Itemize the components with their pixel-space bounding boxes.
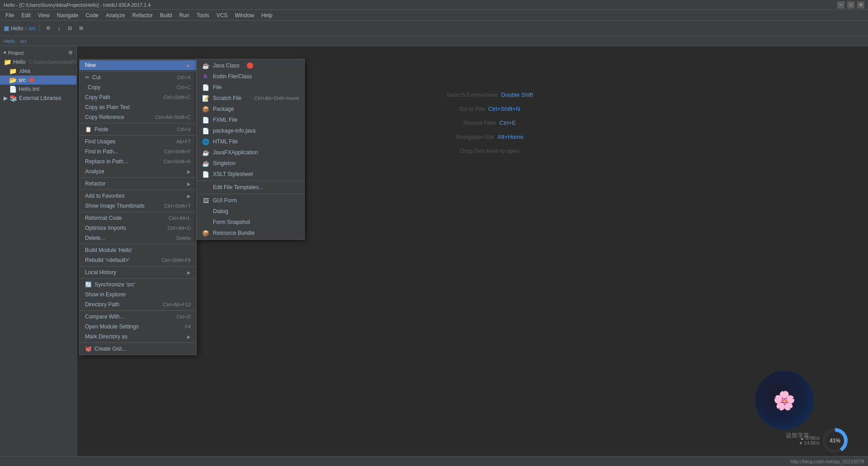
ctx-optimize-left: Optimize Imports	[85, 225, 126, 231]
minimize-button[interactable]: ─	[837, 1, 844, 9]
ctx-optimize[interactable]: Optimize Imports Ctrl+Alt+O	[80, 223, 196, 233]
menu-edit[interactable]: Edit	[18, 11, 34, 19]
sm-xslt[interactable]: 📄 XSLT Stylesheet	[197, 169, 304, 180]
sm-fxml[interactable]: 📄 FXML File	[197, 114, 304, 125]
hello-label: Hello	[11, 25, 23, 32]
menu-navigate[interactable]: Navigate	[53, 11, 82, 19]
ctx-reformat[interactable]: Reformat Code Ctrl+Alt+L	[80, 213, 196, 223]
sm-scratch-shortcut: Ctrl+Alt+Shift+Insert	[254, 95, 299, 101]
sidebar-expand-icon[interactable]: ⚙	[68, 50, 73, 56]
sm-form-snapshot[interactable]: Form Snapshot	[197, 217, 304, 228]
ctx-compare-shortcut: Ctrl+D	[177, 314, 191, 319]
menu-vcs[interactable]: VCS	[213, 11, 231, 19]
ctx-mark-dir[interactable]: Mark Directory as ▶	[80, 332, 196, 342]
tree-external-libs[interactable]: ▶ 📚 External Libraries	[0, 94, 76, 103]
ctx-new[interactable]: New ▶	[80, 60, 196, 70]
sm-edit-templates[interactable]: Edit File Templates...	[197, 182, 304, 193]
ctx-build-module-label: Build Module 'Hello'	[85, 247, 132, 253]
sm-gui-form-label: GUI Form	[213, 197, 237, 204]
tree-idea[interactable]: 📁 .idea	[0, 67, 76, 76]
sm-java-class[interactable]: ☕ Java Class	[197, 60, 304, 71]
sidebar-project-label: Project	[8, 50, 24, 56]
idea-folder-icon: 📁	[9, 67, 17, 75]
hello-folder-icon: 📁	[4, 58, 11, 66]
menu-view[interactable]: View	[34, 11, 53, 19]
tree-hello-root[interactable]: 📁 Hello C:\Users\Sunny\IdeaProjects\Hell…	[0, 57, 76, 67]
ctx-synchronize[interactable]: 🔄 Synchronize 'src'	[80, 280, 196, 290]
src-badge	[29, 78, 34, 82]
package-info-icon: 📄	[202, 127, 209, 134]
ctx-copy-path-shortcut: Ctrl+Shift+C	[164, 95, 191, 100]
sm-resource-bundle[interactable]: 📦 Resource Bundle	[197, 228, 304, 238]
tree-hello-iml[interactable]: 📄 Hello.iml	[0, 85, 76, 94]
ctx-delete[interactable]: Delete... Delete	[80, 233, 196, 243]
ctx-copy-path[interactable]: Copy Path Ctrl+Shift+C	[80, 92, 196, 102]
ctx-local-history-label: Local History	[85, 269, 116, 276]
ctx-local-history[interactable]: Local History ▶	[80, 267, 196, 277]
ctx-compare[interactable]: Compare With... Ctrl+D	[80, 312, 196, 322]
ctx-analyze-left: Analyze	[85, 168, 104, 175]
ctx-copy-ref-shortcut: Ctrl+Alt+Shift+C	[155, 114, 191, 120]
ctx-copy-plain[interactable]: Copy as Plain Text	[80, 102, 196, 112]
toolbar-sync[interactable]: ↕	[55, 24, 63, 33]
menu-window[interactable]: Window	[231, 11, 258, 19]
ctx-module-settings[interactable]: Open Module Settings F4	[80, 322, 196, 332]
menu-file[interactable]: File	[2, 11, 18, 19]
toolbar-expand[interactable]: ⊞	[76, 24, 86, 33]
expand-icon: ▶	[4, 95, 8, 101]
sm-dialog[interactable]: Dialog	[197, 206, 304, 217]
menu-analyze[interactable]: Analyze	[102, 11, 129, 19]
sm-singleton[interactable]: ☕ Singleton	[197, 158, 304, 169]
menu-code[interactable]: Code	[82, 11, 102, 19]
menu-tools[interactable]: Tools	[193, 11, 213, 19]
ctx-find-in-path[interactable]: Find in Path... Ctrl+Shift+F	[80, 147, 196, 157]
sm-package[interactable]: 📦 Package	[197, 104, 304, 114]
menu-run[interactable]: Run	[176, 11, 193, 19]
speed-down: ▼ 14.6K/s	[798, 441, 820, 446]
ctx-refactor[interactable]: Refactor ▶	[80, 179, 196, 189]
maximize-button[interactable]: □	[847, 1, 854, 9]
close-button[interactable]: ✕	[857, 1, 864, 9]
breadcrumb-src[interactable]: src	[20, 38, 27, 44]
sm-gui-form[interactable]: 🖼 GUI Form	[197, 195, 304, 206]
menu-help[interactable]: Help	[258, 11, 276, 19]
ctx-copy-ref[interactable]: Copy Reference Ctrl+Alt+Shift+C	[80, 112, 196, 122]
ctx-copy[interactable]: Copy Ctrl+C	[80, 82, 196, 92]
ctx-show-explorer-left: Show in Explorer	[85, 291, 126, 298]
sm-package-info[interactable]: 📄 package-info.java	[197, 125, 304, 136]
sm-html[interactable]: 🌐 HTML File	[197, 136, 304, 147]
html-icon: 🌐	[202, 138, 209, 145]
tree-src[interactable]: 📂 src	[0, 76, 76, 85]
ctx-add-favorites-left: Add to Favorites	[85, 193, 124, 199]
ctx-build-module[interactable]: Build Module 'Hello'	[80, 245, 196, 255]
sm-javafx[interactable]: ☕ JavaFXApplication	[197, 147, 304, 158]
ctx-cut[interactable]: ✂ Cut Ctrl+X	[80, 72, 196, 82]
toolbar-settings[interactable]: ⚙	[43, 24, 53, 33]
menu-refactor[interactable]: Refactor	[129, 11, 156, 19]
sm-resource-bundle-label: Resource Bundle	[213, 230, 255, 236]
breadcrumb-hello[interactable]: Hello	[4, 38, 15, 44]
sm-scratch[interactable]: 📝 Scratch File Ctrl+Alt+Shift+Insert	[197, 93, 304, 104]
sm-kotlin-class[interactable]: K Kotlin File/Class	[197, 71, 304, 82]
ctx-paste[interactable]: 📋 Paste Ctrl+V	[80, 124, 196, 134]
sm-sep1	[197, 181, 304, 181]
ctx-refactor-left: Refactor	[85, 181, 105, 187]
ctx-sep10	[80, 310, 196, 311]
ctx-image-thumbnails[interactable]: Show Image Thumbnails Ctrl+Shift+T	[80, 201, 196, 211]
ctx-sep1	[80, 71, 196, 71]
ctx-find-usages[interactable]: Find Usages Alt+F7	[80, 137, 196, 147]
ctx-create-gist[interactable]: 🐙 Create Gist...	[80, 344, 196, 354]
ctx-rebuild[interactable]: Rebuild '<default>' Ctrl+Shift+F9	[80, 255, 196, 265]
ctx-replace-path[interactable]: Replace in Path... Ctrl+Shift+R	[80, 157, 196, 166]
sm-file[interactable]: 📄 File	[197, 82, 304, 93]
ctx-add-favorites[interactable]: Add to Favorites ▶	[80, 191, 196, 201]
menu-build[interactable]: Build	[156, 11, 176, 19]
ctx-show-explorer[interactable]: Show in Explorer	[80, 290, 196, 300]
ctx-replace-path-label: Replace in Path...	[85, 158, 128, 165]
ctx-analyze[interactable]: Analyze ▶	[80, 166, 196, 176]
toolbar-collapse[interactable]: ⊟	[65, 24, 75, 33]
ctx-dir-path[interactable]: Directory Path Ctrl+Alt+F12	[80, 300, 196, 309]
ctx-sep8	[80, 266, 196, 266]
ctx-dir-path-left: Directory Path	[85, 301, 119, 308]
ctx-optimize-label: Optimize Imports	[85, 225, 126, 231]
